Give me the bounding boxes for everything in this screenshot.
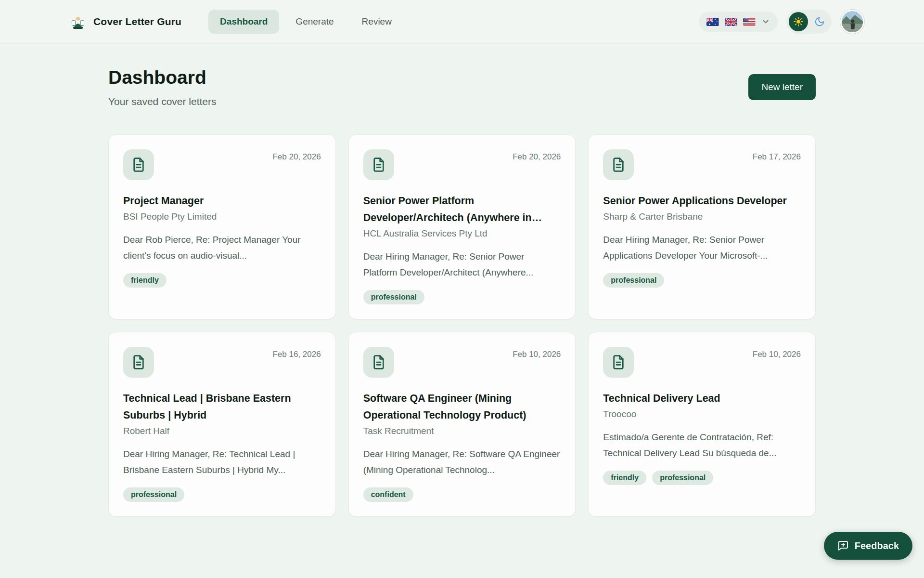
- card-date: Feb 10, 2026: [753, 347, 801, 359]
- card-date: Feb 20, 2026: [513, 149, 561, 162]
- page-subtitle: Your saved cover letters: [108, 96, 217, 107]
- feedback-button[interactable]: Feedback: [824, 532, 912, 560]
- document-icon: [123, 149, 154, 180]
- card-top-row: Feb 20, 2026: [363, 149, 561, 180]
- document-icon: [603, 149, 634, 180]
- document-icon: [363, 149, 394, 180]
- chevron-down-icon: [761, 17, 770, 26]
- card-title: Technical Delivery Lead: [603, 390, 801, 407]
- tone-badge: confident: [363, 487, 413, 502]
- cover-letter-card[interactable]: Feb 16, 2026 Technical Lead | Brisbane E…: [108, 332, 336, 517]
- card-top-row: Feb 10, 2026: [363, 347, 561, 378]
- feedback-bubble-icon: [837, 540, 849, 552]
- tab-dashboard[interactable]: Dashboard: [208, 10, 279, 34]
- card-company: Sharp & Carter Brisbane: [603, 211, 801, 222]
- card-top-row: Feb 20, 2026: [123, 149, 321, 180]
- card-title: Project Manager: [123, 193, 321, 210]
- language-selector[interactable]: [699, 12, 778, 32]
- tone-badge: friendly: [603, 471, 646, 485]
- uk-flag-icon: [725, 18, 737, 26]
- cover-letter-card[interactable]: Feb 20, 2026 Senior Power Platform Devel…: [348, 134, 576, 319]
- page-header-text: Dashboard Your saved cover letters: [108, 67, 217, 107]
- card-badges: professional: [603, 273, 801, 288]
- page-title: Dashboard: [108, 67, 217, 88]
- card-badges: professional: [363, 290, 561, 304]
- cards-grid: Feb 20, 2026 Project Manager BSI People …: [108, 134, 816, 517]
- card-top-row: Feb 10, 2026: [603, 347, 801, 378]
- top-nav: Cover Letter Guru Dashboard Generate Rev…: [0, 0, 924, 44]
- nav-right-controls: [699, 10, 864, 34]
- light-theme-button[interactable]: [789, 12, 808, 31]
- moon-icon: [814, 16, 825, 27]
- card-badges: professional: [123, 487, 321, 502]
- user-avatar[interactable]: [840, 10, 864, 34]
- cover-letter-card[interactable]: Feb 20, 2026 Project Manager BSI People …: [108, 134, 336, 319]
- tab-generate[interactable]: Generate: [284, 10, 345, 34]
- australia-flag-icon: [706, 18, 719, 26]
- card-top-row: Feb 17, 2026: [603, 149, 801, 180]
- card-company: HCL Australia Services Pty Ltd: [363, 228, 561, 239]
- cover-letter-card[interactable]: Feb 17, 2026 Senior Power Applications D…: [588, 134, 816, 319]
- card-company: Robert Half: [123, 426, 321, 436]
- feedback-label: Feedback: [855, 540, 899, 552]
- card-excerpt: Dear Hiring Manager, Re: Technical Lead …: [123, 446, 321, 478]
- card-excerpt: Dear Hiring Manager, Re: Senior Power Ap…: [603, 232, 801, 264]
- document-icon: [123, 347, 154, 378]
- us-flag-icon: [743, 18, 756, 26]
- main-content: Dashboard Your saved cover letters New l…: [108, 44, 816, 517]
- tone-badge: professional: [123, 487, 184, 502]
- card-date: Feb 16, 2026: [272, 347, 321, 359]
- dark-theme-button[interactable]: [810, 12, 829, 31]
- document-icon: [603, 347, 634, 378]
- card-title: Senior Power Platform Developer/Architec…: [363, 193, 561, 226]
- primary-nav-tabs: Dashboard Generate Review: [208, 10, 403, 34]
- card-badges: friendly: [123, 273, 321, 288]
- card-excerpt: Dear Rob Pierce, Re: Project Manager You…: [123, 232, 321, 264]
- card-date: Feb 20, 2026: [272, 149, 321, 162]
- tone-badge: friendly: [123, 273, 167, 288]
- cover-letter-card[interactable]: Feb 10, 2026 Software QA Engineer (Minin…: [348, 332, 576, 517]
- tone-badge: professional: [652, 471, 713, 485]
- card-company: Task Recruitment: [363, 426, 561, 436]
- guru-logo-icon: [69, 13, 87, 30]
- card-company: BSI People Pty Limited: [123, 211, 321, 222]
- tab-review[interactable]: Review: [350, 10, 403, 34]
- card-title: Technical Lead | Brisbane Eastern Suburb…: [123, 390, 321, 424]
- card-title: Software QA Engineer (Mining Operational…: [363, 390, 561, 424]
- card-badges: confident: [363, 487, 561, 502]
- tone-badge: professional: [603, 273, 664, 288]
- card-company: Troocoo: [603, 409, 801, 420]
- card-badges: friendlyprofessional: [603, 471, 801, 485]
- document-icon: [363, 347, 394, 378]
- card-excerpt: Dear Hiring Manager, Re: Software QA Eng…: [363, 446, 561, 478]
- brand-home-link[interactable]: Cover Letter Guru: [69, 13, 181, 30]
- app-title: Cover Letter Guru: [93, 16, 181, 27]
- card-excerpt: Dear Hiring Manager, Re: Senior Power Pl…: [363, 249, 561, 281]
- card-title: Senior Power Applications Developer: [603, 193, 801, 210]
- new-letter-button[interactable]: New letter: [748, 74, 816, 100]
- theme-toggle: [786, 10, 832, 34]
- tone-badge: professional: [363, 290, 424, 304]
- card-date: Feb 17, 2026: [753, 149, 801, 162]
- cover-letter-card[interactable]: Feb 10, 2026 Technical Delivery Lead Tro…: [588, 332, 816, 517]
- page-header: Dashboard Your saved cover letters New l…: [108, 67, 816, 107]
- sun-icon: [793, 16, 804, 27]
- card-excerpt: Estimado/a Gerente de Contratación, Ref:…: [603, 429, 801, 461]
- card-top-row: Feb 16, 2026: [123, 347, 321, 378]
- card-date: Feb 10, 2026: [513, 347, 561, 359]
